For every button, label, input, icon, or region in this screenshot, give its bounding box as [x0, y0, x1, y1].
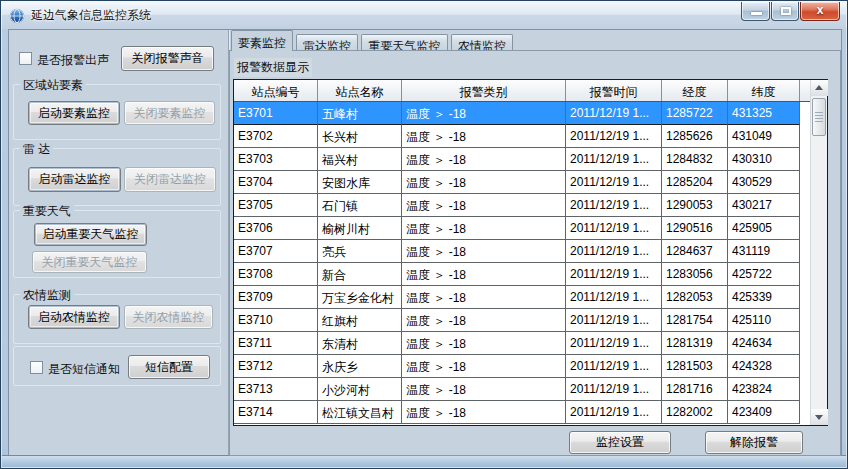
- alarm-sound-checkbox[interactable]: [19, 52, 32, 65]
- table-cell: 1281754: [662, 309, 728, 332]
- table-cell: 温度 ＞ -18: [402, 355, 566, 378]
- close-button[interactable]: x: [800, 2, 840, 21]
- close-icon: x: [817, 3, 824, 17]
- cancel-alarm-button[interactable]: 解除报警: [705, 431, 803, 454]
- stop-agriculture-monitor-button[interactable]: 关闭农情监控: [124, 305, 213, 329]
- table-cell: 1282002: [662, 401, 728, 424]
- group-agriculture-title: 农情监测: [20, 287, 74, 304]
- sms-notify-checkbox[interactable]: [30, 361, 43, 374]
- table-cell: 2011/12/19 1...: [566, 240, 662, 263]
- tab-radar-monitor[interactable]: 雷达监控: [296, 34, 358, 51]
- app-window: 延边气象信息监控系统 x 是否报警出声 关闭报警声音 区域站要素 启动要素监控 …: [0, 0, 848, 469]
- table-cell: 2011/12/19 1...: [566, 125, 662, 148]
- table-row[interactable]: E3703福兴村温度 ＞ -182011/12/19 1...128483243…: [234, 148, 810, 171]
- header-latitude[interactable]: 纬度: [728, 80, 800, 101]
- header-longitude[interactable]: 经度: [662, 80, 728, 101]
- scroll-down-button[interactable]: [811, 409, 828, 425]
- table-cell: E3703: [234, 148, 318, 171]
- stop-weather-monitor-button[interactable]: 关闭重要天气监控: [32, 251, 147, 273]
- group-sms: 是否短信通知 短信配置: [13, 346, 221, 386]
- start-radar-monitor-button[interactable]: 启动雷达监控: [28, 167, 121, 192]
- table-row[interactable]: E3702长兴村温度 ＞ -182011/12/19 1...128562643…: [234, 125, 810, 148]
- group-radar: 雷 达 启动雷达监控 关闭雷达监控: [13, 148, 221, 206]
- table-row[interactable]: E3710红旗村温度 ＞ -182011/12/19 1...128175442…: [234, 309, 810, 332]
- table-cell: 1281716: [662, 378, 728, 401]
- alarm-data-label: 报警数据显示: [234, 58, 312, 77]
- table-row[interactable]: E3713小沙河村温度 ＞ -182011/12/19 1...12817164…: [234, 378, 810, 401]
- table-cell: E3708: [234, 263, 318, 286]
- header-alarm-type[interactable]: 报警类别: [402, 80, 566, 101]
- tab-agriculture-monitor[interactable]: 农情监控: [451, 34, 513, 51]
- table-cell: 小沙河村: [318, 378, 402, 401]
- table-cell: 431325: [728, 102, 800, 125]
- maximize-icon: [781, 7, 791, 15]
- table-cell: E3710: [234, 309, 318, 332]
- table-cell: E3713: [234, 378, 318, 401]
- scroll-up-button[interactable]: [811, 80, 828, 96]
- app-icon: [9, 8, 25, 24]
- start-weather-monitor-button[interactable]: 启动重要天气监控: [34, 223, 147, 246]
- header-alarm-time[interactable]: 报警时间: [566, 80, 662, 101]
- vertical-scrollbar[interactable]: [810, 80, 827, 425]
- stop-radar-monitor-button[interactable]: 关闭雷达监控: [124, 167, 216, 192]
- table-cell: E3709: [234, 286, 318, 309]
- table-row[interactable]: E3706榆树川村温度 ＞ -182011/12/19 1...12905164…: [234, 217, 810, 240]
- alarm-data-grid: 站点编号 站点名称 报警类别 报警时间 经度 纬度 E3701五峰村温度 ＞ -…: [233, 79, 828, 426]
- arrow-down-icon: [815, 415, 823, 420]
- alarm-sound-label: 是否报警出声: [37, 52, 109, 69]
- table-cell: 温度 ＞ -18: [402, 263, 566, 286]
- table-cell: 425722: [728, 263, 800, 286]
- table-cell: 1281319: [662, 332, 728, 355]
- group-element: 区域站要素 启动要素监控 关闭要素监控: [13, 84, 221, 140]
- tab-weather-monitor[interactable]: 重要天气监控: [361, 34, 448, 51]
- table-cell: 1290053: [662, 194, 728, 217]
- group-element-title: 区域站要素: [20, 77, 86, 94]
- table-cell: 425905: [728, 217, 800, 240]
- table-cell: 松江镇文昌村: [318, 401, 402, 424]
- window-title: 延边气象信息监控系统: [31, 7, 151, 24]
- table-row[interactable]: E3714松江镇文昌村温度 ＞ -182011/12/19 1...128200…: [234, 401, 810, 424]
- table-row[interactable]: E3708新合温度 ＞ -182011/12/19 1...1283056425…: [234, 263, 810, 286]
- table-row[interactable]: E3701五峰村温度 ＞ -182011/12/19 1...128572243…: [234, 102, 810, 125]
- table-cell: 温度 ＞ -18: [402, 148, 566, 171]
- start-element-monitor-button[interactable]: 启动要素监控: [28, 101, 120, 125]
- table-cell: 2011/12/19 1...: [566, 286, 662, 309]
- table-cell: 2011/12/19 1...: [566, 355, 662, 378]
- table-row[interactable]: E3709万宝乡金化村温度 ＞ -182011/12/19 1...128205…: [234, 286, 810, 309]
- scrollbar-thumb[interactable]: [812, 98, 826, 136]
- table-cell: 2011/12/19 1...: [566, 378, 662, 401]
- table-cell: E3706: [234, 217, 318, 240]
- header-station-name[interactable]: 站点名称: [318, 80, 402, 101]
- table-cell: E3705: [234, 194, 318, 217]
- table-row[interactable]: E3704安图水库温度 ＞ -182011/12/19 1...12852044…: [234, 171, 810, 194]
- maximize-button[interactable]: [771, 2, 799, 21]
- table-row[interactable]: E3712永庆乡温度 ＞ -182011/12/19 1...128150342…: [234, 355, 810, 378]
- table-cell: 2011/12/19 1...: [566, 401, 662, 424]
- sms-config-button[interactable]: 短信配置: [128, 355, 210, 379]
- table-cell: 安图水库: [318, 171, 402, 194]
- table-cell: 424328: [728, 355, 800, 378]
- group-agriculture: 农情监测 启动农情监控 关闭农情监控: [13, 294, 221, 344]
- sms-notify-label: 是否短信通知: [48, 361, 120, 378]
- start-agriculture-monitor-button[interactable]: 启动农情监控: [28, 305, 120, 329]
- table-cell: 1283056: [662, 263, 728, 286]
- grid-header: 站点编号 站点名称 报警类别 报警时间 经度 纬度: [234, 80, 827, 102]
- table-cell: 2011/12/19 1...: [566, 309, 662, 332]
- stop-element-monitor-button[interactable]: 关闭要素监控: [124, 101, 215, 125]
- monitor-settings-button[interactable]: 监控设置: [569, 431, 671, 454]
- table-cell: 石门镇: [318, 194, 402, 217]
- table-row[interactable]: E3711东清村温度 ＞ -182011/12/19 1...128131942…: [234, 332, 810, 355]
- header-station-id[interactable]: 站点编号: [234, 80, 318, 101]
- table-cell: 1284637: [662, 240, 728, 263]
- close-alarm-sound-button[interactable]: 关闭报警声音: [121, 46, 214, 71]
- client-area: 是否报警出声 关闭报警声音 区域站要素 启动要素监控 关闭要素监控 雷 达 启动…: [8, 29, 842, 457]
- table-cell: 430310: [728, 148, 800, 171]
- table-row[interactable]: E3705石门镇温度 ＞ -182011/12/19 1...129005343…: [234, 194, 810, 217]
- table-cell: 温度 ＞ -18: [402, 378, 566, 401]
- grid-body: E3701五峰村温度 ＞ -182011/12/19 1...128572243…: [234, 102, 810, 425]
- table-cell: 2011/12/19 1...: [566, 194, 662, 217]
- tab-element-monitor[interactable]: 要素监控: [231, 30, 293, 51]
- minimize-button[interactable]: [741, 2, 770, 21]
- table-row[interactable]: E3707亮兵温度 ＞ -182011/12/19 1...1284637431…: [234, 240, 810, 263]
- table-cell: 温度 ＞ -18: [402, 240, 566, 263]
